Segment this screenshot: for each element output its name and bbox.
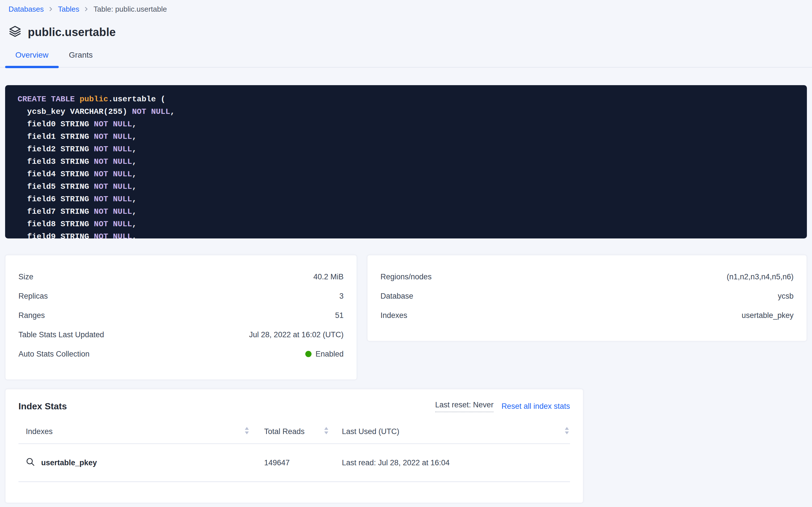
- summary-value: usertable_pkey: [742, 311, 794, 320]
- page-title: public.usertable: [28, 26, 116, 39]
- index-stats-title: Index Stats: [18, 401, 67, 412]
- sql-line: field9 STRING NOT NULL,: [17, 230, 795, 238]
- summary-label: Database: [380, 292, 414, 301]
- sql-line: CREATE TABLE public.usertable (: [17, 93, 795, 106]
- index-stats-header: Index Stats Last reset: Never Reset all …: [18, 401, 570, 412]
- index-stats-table: Indexes Total Reads Last Used (UTC): [18, 426, 570, 482]
- sql-line: field8 STRING NOT NULL,: [17, 218, 795, 230]
- column-header-last-used[interactable]: Last Used (UTC): [342, 427, 399, 436]
- table-details-card: Regions/nodes (n1,n2,n3,n4,n5,n6) Databa…: [367, 255, 807, 341]
- tab-overview[interactable]: Overview: [5, 51, 59, 67]
- summary-row-stats-updated: Table Stats Last Updated Jul 28, 2022 at…: [18, 325, 343, 344]
- summary-value: Enabled: [305, 350, 343, 358]
- sql-line: field6 STRING NOT NULL,: [17, 193, 795, 206]
- summary-value: Jul 28, 2022 at 16:02 (UTC): [249, 330, 343, 339]
- summary-row-ranges: Ranges 51: [18, 306, 343, 325]
- index-name[interactable]: usertable_pkey: [41, 458, 97, 467]
- summary-row-database: Database ycsb: [380, 286, 794, 306]
- index-name-cell[interactable]: usertable_pkey: [26, 457, 97, 468]
- summary-row-replicas: Replicas 3: [18, 286, 343, 306]
- tab-bar: Overview Grants: [8, 51, 812, 67]
- summary-label: Regions/nodes: [380, 273, 432, 281]
- sql-line: field0 STRING NOT NULL,: [17, 118, 795, 130]
- last-used-value: Last read: Jul 28, 2022 at 16:04: [342, 458, 450, 467]
- column-header-total-reads[interactable]: Total Reads: [264, 427, 305, 436]
- create-table-sql-box[interactable]: CREATE TABLE public.usertable ( ycsb_key…: [5, 85, 807, 238]
- table-row-usertable-pkey[interactable]: usertable_pkey 149647 Last read: Jul 28,…: [18, 444, 570, 482]
- status-dot-enabled: [305, 351, 312, 357]
- summary-label: Auto Stats Collection: [18, 350, 90, 358]
- summary-value: 51: [335, 311, 343, 320]
- summary-label: Size: [18, 273, 34, 281]
- sql-line: field1 STRING NOT NULL,: [17, 130, 795, 143]
- breadcrumb: Databases Tables Table: public.usertable: [0, 0, 812, 14]
- table-stack-icon: [8, 25, 21, 39]
- breadcrumb-link-databases[interactable]: Databases: [8, 5, 44, 14]
- column-header-indexes[interactable]: Indexes: [26, 427, 53, 436]
- summary-row-size: Size 40.2 MiB: [18, 267, 343, 286]
- sort-icon[interactable]: [323, 426, 329, 437]
- breadcrumb-current: Table: public.usertable: [93, 5, 167, 14]
- sql-line: field2 STRING NOT NULL,: [17, 143, 795, 156]
- index-stats-card: Index Stats Last reset: Never Reset all …: [5, 389, 583, 503]
- sql-line: field3 STRING NOT NULL,: [17, 156, 795, 168]
- reset-index-stats-link[interactable]: Reset all index stats: [501, 402, 570, 411]
- summary-label: Table Stats Last Updated: [18, 330, 104, 339]
- summary-label: Replicas: [18, 292, 48, 301]
- summary-label: Indexes: [380, 311, 408, 320]
- breadcrumb-link-tables[interactable]: Tables: [58, 5, 79, 14]
- summary-cards-row: Size 40.2 MiB Replicas 3 Ranges 51 Table…: [5, 255, 807, 380]
- sort-icon[interactable]: [564, 426, 570, 437]
- tabs-divider: [0, 67, 812, 67]
- summary-value: 40.2 MiB: [313, 273, 343, 281]
- summary-row-indexes: Indexes usertable_pkey: [380, 306, 794, 325]
- page-title-row: public.usertable: [8, 25, 812, 39]
- summary-value: ycsb: [778, 292, 794, 301]
- summary-label: Ranges: [18, 311, 45, 320]
- sql-line: ycsb_key VARCHAR(255) NOT NULL,: [17, 106, 795, 118]
- sort-icon[interactable]: [244, 426, 250, 437]
- table-summary-card: Size 40.2 MiB Replicas 3 Ranges 51 Table…: [5, 255, 357, 380]
- summary-value: (n1,n2,n3,n4,n5,n6): [727, 273, 794, 281]
- sql-line: field4 STRING NOT NULL,: [17, 168, 795, 180]
- tab-grants[interactable]: Grants: [59, 51, 103, 67]
- summary-row-auto-stats: Auto Stats Collection Enabled: [18, 344, 343, 363]
- total-reads-value: 149647: [264, 458, 290, 467]
- last-reset-label: Last reset: Never: [435, 401, 494, 412]
- summary-value: 3: [339, 292, 343, 301]
- status-text: Enabled: [315, 350, 343, 358]
- chevron-right-icon: [84, 6, 89, 12]
- magnifier-icon: [26, 457, 35, 468]
- summary-row-regions: Regions/nodes (n1,n2,n3,n4,n5,n6): [380, 267, 794, 286]
- sql-line: field7 STRING NOT NULL,: [17, 206, 795, 218]
- sql-line: field5 STRING NOT NULL,: [17, 180, 795, 193]
- index-stats-actions: Last reset: Never Reset all index stats: [435, 401, 570, 412]
- chevron-right-icon: [48, 6, 53, 12]
- index-stats-table-header: Indexes Total Reads Last Used (UTC): [18, 426, 570, 437]
